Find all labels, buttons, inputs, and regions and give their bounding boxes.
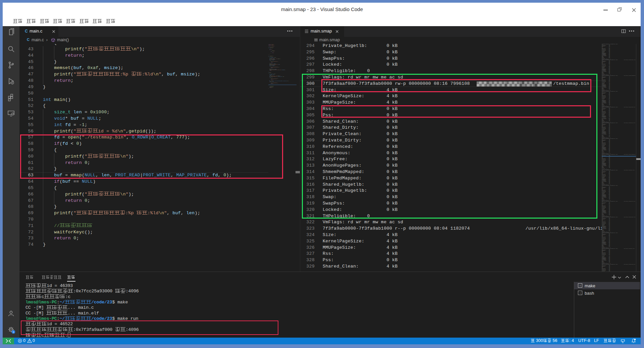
svg-text:1: 1 <box>13 331 14 334</box>
